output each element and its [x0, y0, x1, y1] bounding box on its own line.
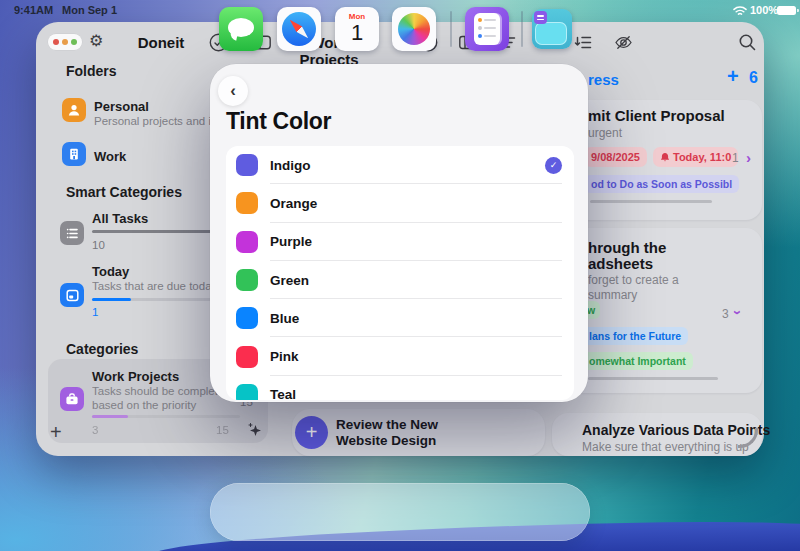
- color-label: Purple: [270, 234, 312, 249]
- color-label: Blue: [270, 311, 299, 326]
- list-dot-2: [478, 26, 482, 30]
- work-projects-total-count: 15: [216, 424, 229, 436]
- safari-app-icon[interactable]: [277, 7, 321, 51]
- work-projects-progress-track: [92, 415, 240, 418]
- color-list: Indigo ✓ Orange Purple Green Blu: [226, 146, 574, 400]
- thumbnail-window: [535, 22, 567, 45]
- purple-swatch: [236, 231, 258, 253]
- sparkles-icon[interactable]: [246, 421, 264, 443]
- quick-add-line-1: Review the New: [336, 417, 438, 432]
- close-dot: [53, 39, 59, 45]
- sidebar-item-personal[interactable]: Personal: [94, 99, 149, 114]
- minimize-dot: [62, 39, 68, 45]
- modal-title: Tint Color: [226, 108, 331, 135]
- work-projects-done-count: 3: [92, 424, 98, 436]
- work-projects-subtitle-1: Tasks should be completed: [92, 385, 218, 397]
- color-row-pink[interactable]: Pink: [226, 337, 574, 375]
- list-dot-1: [478, 18, 482, 22]
- back-button[interactable]: ‹: [218, 76, 248, 106]
- zoom-dot: [71, 39, 77, 45]
- card2-count: 3: [722, 307, 729, 321]
- dock-divider: [521, 11, 523, 47]
- personal-subtitle: Personal projects and idea: [94, 115, 212, 127]
- card1-reminder-pill: Today, 11:0: [653, 147, 738, 167]
- orange-swatch: [236, 192, 258, 214]
- card2-title-fragment-1: hrough the: [588, 239, 666, 256]
- today-icon: [60, 283, 84, 307]
- personal-folder-icon: [62, 98, 86, 122]
- analyze-card-subtitle: Make sure that everything is up: [582, 440, 749, 454]
- calendar-day: 1: [335, 20, 379, 46]
- messages-app-icon[interactable]: [219, 7, 263, 51]
- color-row-orange[interactable]: Orange: [226, 184, 574, 222]
- sidebar-item-today[interactable]: Today: [92, 264, 129, 279]
- card1-progress: [590, 200, 712, 203]
- add-folder-button[interactable]: +: [50, 421, 62, 444]
- list-line-3: [484, 35, 496, 37]
- color-row-teal[interactable]: Teal: [226, 376, 574, 400]
- smart-categories-heading: Smart Categories: [66, 184, 182, 200]
- column-count: 6: [749, 69, 758, 87]
- card2-subtitle-fragment-1: forget to create a: [588, 273, 679, 287]
- card1-priority-tag-fragment: od to Do as Soon as Possibl: [584, 175, 739, 193]
- work-projects-title: Work Projects: [92, 369, 179, 384]
- selected-check-icon: ✓: [545, 157, 562, 174]
- quick-add-line-2: Website Design: [336, 433, 436, 448]
- color-label: Teal: [270, 387, 296, 400]
- reorder-icon[interactable]: [574, 33, 593, 52]
- photos-flower: [398, 13, 430, 45]
- column-add-button[interactable]: +: [727, 65, 739, 88]
- gear-icon[interactable]: ⚙: [89, 31, 103, 50]
- color-row-indigo[interactable]: Indigo ✓: [226, 146, 574, 184]
- card1-date-pill: 9/08/2025: [584, 147, 647, 167]
- card1-chevron-right-icon[interactable]: ›: [746, 150, 751, 165]
- color-row-blue[interactable]: Blue: [226, 299, 574, 337]
- doneit-app-icon[interactable]: [465, 7, 509, 51]
- card2-progress: [588, 377, 718, 380]
- color-row-green[interactable]: Green: [226, 261, 574, 299]
- search-icon[interactable]: [738, 33, 757, 52]
- work-projects-subtitle-2: based on the priority: [92, 399, 218, 411]
- green-swatch: [236, 269, 258, 291]
- app-title: Doneit: [135, 34, 187, 51]
- list-line-1: [484, 19, 496, 21]
- open-app-thumbnail-icon[interactable]: [532, 9, 572, 49]
- card2-subtitle-fragment-2: summary: [588, 288, 637, 302]
- list-line-2: [484, 27, 496, 29]
- work-projects-progress-fill: [92, 415, 128, 418]
- categories-heading: Categories: [66, 341, 138, 357]
- today-count: 1: [92, 306, 98, 318]
- work-projects-category-icon: [60, 387, 84, 411]
- card1-count: 1: [732, 151, 739, 165]
- wifi-icon: [733, 6, 747, 18]
- hide-completed-icon[interactable]: [614, 33, 633, 52]
- bell-icon: [660, 152, 670, 163]
- color-label: Green: [270, 273, 309, 288]
- today-subtitle: Tasks that are due today: [92, 280, 212, 292]
- color-label: Indigo: [270, 158, 311, 173]
- badge-line-1: [537, 15, 544, 17]
- card2-chevron-down-icon[interactable]: ›: [731, 310, 746, 315]
- all-tasks-icon: [60, 221, 84, 245]
- quick-add-plus-button[interactable]: +: [295, 416, 328, 449]
- blue-swatch: [236, 307, 258, 329]
- pink-swatch: [236, 346, 258, 368]
- badge-line-2: [537, 19, 544, 21]
- battery-icon: [777, 6, 796, 15]
- window-controls-pill[interactable]: [48, 34, 82, 50]
- color-label: Pink: [270, 349, 299, 364]
- calendar-app-icon[interactable]: Mon 1: [335, 7, 379, 51]
- status-date: Mon Sep 1: [62, 4, 117, 16]
- tint-color-modal: ‹ Tint Color Indigo ✓ Orange Purple Gre: [210, 64, 588, 402]
- dock: [210, 483, 590, 541]
- photos-app-icon[interactable]: [392, 7, 436, 51]
- card2-title-fragment-2: adsheets: [588, 255, 653, 272]
- thumbnail-app-badge: [534, 11, 547, 24]
- sidebar-item-all-tasks[interactable]: All Tasks: [92, 211, 148, 226]
- color-row-purple[interactable]: Purple: [226, 223, 574, 261]
- list-dot-3: [478, 34, 482, 38]
- sidebar-item-work[interactable]: Work: [94, 149, 126, 164]
- card1-reminder-text: Today, 11:0: [673, 151, 731, 163]
- status-time: 9:41AM: [14, 4, 53, 16]
- battery-nub: [797, 9, 799, 12]
